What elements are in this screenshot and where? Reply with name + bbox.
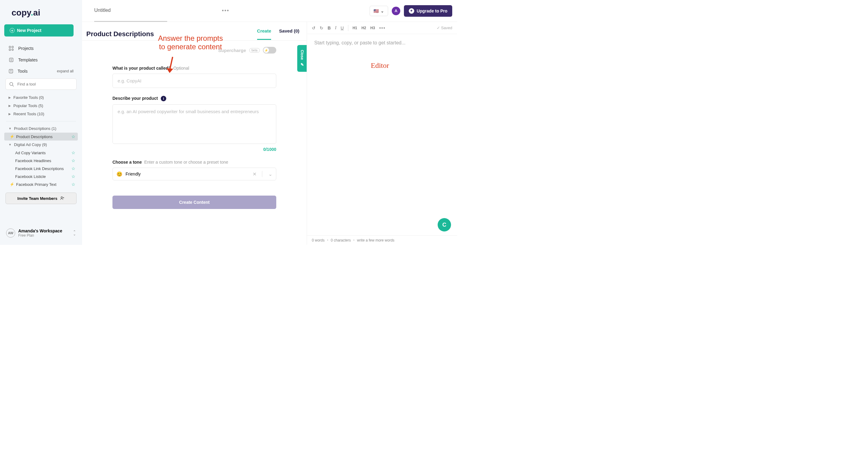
star-icon[interactable]: ☆: [71, 158, 75, 163]
caret-right-icon: ▶: [8, 96, 11, 99]
tool-facebook-headlines[interactable]: Facebook Headlines☆: [4, 157, 78, 165]
star-icon[interactable]: ☆: [71, 166, 75, 171]
emoji-icon: 😊: [116, 171, 122, 177]
saved-indicator: ✓ Saved: [437, 26, 453, 30]
tone-value: Friendly: [126, 172, 247, 176]
person-add-icon: [60, 196, 65, 201]
star-icon[interactable]: ☆: [71, 182, 75, 187]
lightning-icon: ⚡: [264, 48, 269, 53]
tone-select[interactable]: 😊 Friendly ✕ ⌄: [113, 168, 276, 180]
workspace-avatar: AW: [6, 228, 15, 238]
tab-create[interactable]: Create: [257, 28, 271, 40]
svg-point-3: [12, 49, 13, 51]
create-pane: Product Descriptions Create Saved (0) An…: [82, 22, 307, 245]
svg-rect-4: [9, 58, 13, 62]
tab-more-icon[interactable]: •••: [222, 8, 229, 14]
italic-button[interactable]: I: [335, 26, 336, 30]
sidebar: copy.ai + New Project Projects Templates…: [0, 0, 82, 245]
tool-product-descriptions[interactable]: ⚡ Product Descriptions ☆: [4, 133, 78, 141]
beta-badge: beta: [249, 48, 260, 53]
nav-tools[interactable]: Tools: [18, 69, 28, 74]
chevron-down-icon: ⌄: [380, 8, 384, 13]
char-count-footer: 0 characters: [331, 238, 351, 242]
product-name-input[interactable]: [113, 74, 276, 88]
caret-down-icon: ▼: [8, 127, 11, 130]
workspace-plan: Free Plan: [18, 233, 62, 238]
underline-button[interactable]: U: [341, 26, 344, 30]
topbar: Untitled ••• 🇺🇸 ⌄ A ✦ Upgrade to Pro: [82, 0, 457, 22]
h1-button[interactable]: H1: [352, 26, 357, 30]
logo: copy.ai: [11, 8, 78, 18]
close-editor-tab[interactable]: Close ✎: [297, 45, 307, 72]
tools-icon: T: [8, 69, 13, 74]
invite-team-button[interactable]: Invite Team Members: [5, 193, 76, 204]
annotation-prompts: Answer the prompts to generate content: [158, 34, 223, 51]
caret-right-icon: ▶: [8, 104, 11, 107]
tab-saved[interactable]: Saved (0): [279, 28, 299, 40]
undo-icon[interactable]: ↺: [312, 26, 315, 30]
product-name-label: What is your product called?Optional: [113, 66, 276, 70]
star-icon[interactable]: ☆: [71, 134, 75, 139]
footer-hint: write a few more words: [357, 238, 394, 242]
main: Untitled ••• 🇺🇸 ⌄ A ✦ Upgrade to Pro Pro…: [82, 0, 457, 245]
template-icon: [8, 57, 14, 63]
info-icon[interactable]: i: [161, 96, 166, 101]
upgrade-button[interactable]: ✦ Upgrade to Pro: [404, 5, 452, 17]
tool-facebook-primary-text[interactable]: ⚡Facebook Primary Text☆: [4, 180, 78, 188]
star-icon[interactable]: ☆: [71, 150, 75, 155]
tool-ad-copy-variants[interactable]: Ad Copy Variants☆: [4, 149, 78, 157]
tool-facebook-listicle[interactable]: Facebook Listicle☆: [4, 172, 78, 180]
chat-fab[interactable]: C: [438, 218, 451, 231]
annotation-arrow-icon: [164, 55, 176, 77]
word-count: 0 words: [312, 238, 324, 242]
bold-button[interactable]: B: [328, 26, 331, 30]
create-content-button[interactable]: Create Content: [113, 196, 276, 209]
tool-search-wrap: [5, 79, 76, 90]
redo-icon[interactable]: ↻: [320, 26, 323, 30]
annotation-editor: Editor: [371, 61, 389, 70]
editor-pane: ↺ ↻ B I U H1 H2 H3 ••• ✓ Saved Start typ…: [307, 22, 457, 245]
tool-facebook-link-descriptions[interactable]: Facebook Link Descriptions☆: [4, 165, 78, 172]
tool-search-input[interactable]: [5, 79, 76, 90]
favorite-tools[interactable]: ▶Favorite Tools (0): [4, 93, 78, 101]
user-avatar[interactable]: A: [392, 7, 400, 15]
product-descriptions-group[interactable]: ▼Product Descriptions (1): [4, 124, 78, 133]
digital-ad-group[interactable]: ▼Digital Ad Copy (9): [4, 141, 78, 149]
nav-projects[interactable]: Projects: [4, 42, 78, 54]
nav-templates[interactable]: Templates: [4, 54, 78, 66]
star-icon[interactable]: ☆: [71, 174, 75, 179]
new-project-button[interactable]: + New Project: [4, 24, 73, 36]
supercharge-toggle[interactable]: ⚡: [263, 47, 276, 54]
editor-toolbar: ↺ ↻ B I U H1 H2 H3 ••• ✓ Saved: [307, 22, 457, 34]
tone-label: Choose a toneEnter a custom tone or choo…: [113, 160, 276, 165]
workspace-switcher[interactable]: AW Amanda's Workspace Free Plan ⌃⌄: [4, 225, 78, 241]
svg-rect-0: [9, 46, 11, 48]
nav-tools-row: T Tools expand all: [4, 66, 78, 77]
clear-icon[interactable]: ✕: [250, 171, 259, 177]
bolt-icon: ⚡: [10, 182, 14, 186]
describe-product-label: Describe your producti: [113, 96, 276, 101]
chevron-down-icon[interactable]: ⌄: [265, 171, 272, 177]
popular-tools[interactable]: ▶Popular Tools (5): [4, 101, 78, 110]
recent-tools[interactable]: ▶Recent Tools (10): [4, 110, 78, 118]
editor-footer: 0 words • 0 characters • write a few mor…: [307, 235, 457, 245]
grid-icon: [8, 46, 14, 51]
up-down-icon: ⌃⌄: [73, 231, 76, 236]
h3-button[interactable]: H3: [370, 26, 375, 30]
svg-text:T: T: [10, 70, 12, 73]
search-icon: [9, 82, 14, 87]
svg-point-11: [61, 197, 62, 198]
document-tab[interactable]: Untitled: [94, 8, 167, 22]
language-switcher[interactable]: 🇺🇸 ⌄: [370, 6, 388, 16]
expand-all-link[interactable]: expand all: [57, 69, 73, 73]
pencil-icon: ✎: [300, 62, 304, 67]
product-description-input[interactable]: [113, 104, 276, 144]
h2-button[interactable]: H2: [361, 26, 366, 30]
caret-right-icon: ▶: [8, 112, 11, 116]
workspace-name: Amanda's Workspace: [18, 228, 62, 233]
flag-icon: 🇺🇸: [374, 8, 379, 13]
tool-heading: Product Descriptions: [86, 30, 154, 38]
svg-rect-2: [9, 49, 11, 51]
more-icon[interactable]: •••: [379, 26, 386, 30]
caret-down-icon: ▼: [8, 143, 11, 146]
